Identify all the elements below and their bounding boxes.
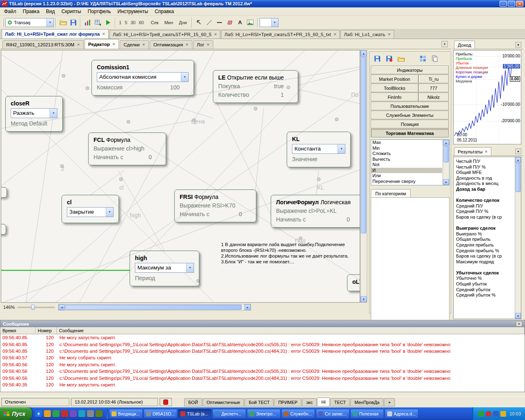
taskbar-button-7[interactable]: Сл запис... xyxy=(316,409,349,418)
quicklaunch-icon[interactable] xyxy=(44,410,51,417)
palette-list-item-7[interactable]: Или xyxy=(371,173,442,179)
pointer-tool-button[interactable] xyxy=(194,18,204,27)
palette-save-button[interactable] xyxy=(372,54,382,64)
scroll-down-button[interactable]: ▼ xyxy=(515,313,521,319)
start-button[interactable]: Пуск xyxy=(0,407,32,420)
tab-close-icon[interactable]: ✕ xyxy=(214,32,217,37)
results-item-8[interactable]: Количество сделок xyxy=(454,198,514,203)
palette-list[interactable]: MaxMinСложитьВычестьNotИИлиПересечение с… xyxy=(371,139,450,185)
chart-button[interactable] xyxy=(82,18,93,27)
palette-list-item-8[interactable]: Пересечение сверху xyxy=(371,179,442,185)
apply-table-button[interactable] xyxy=(93,18,103,27)
tab-close-icon[interactable]: ✕ xyxy=(77,43,80,47)
style-combo[interactable]: ▼ xyxy=(260,18,278,27)
block-dropdown[interactable]: Константа▼ xyxy=(292,144,345,154)
taskbar-button-4[interactable]: Диспетч... xyxy=(212,409,246,418)
workspace-tab-1[interactable]: БОЙ xyxy=(184,398,202,406)
scroll-left-button[interactable]: ◄ xyxy=(59,304,65,310)
interval-button-30[interactable]: 30 xyxy=(129,19,137,26)
block-poltr[interactable]: oLТр xyxy=(347,274,360,291)
palette-button-9[interactable]: Служебные Элементы xyxy=(371,111,449,119)
zoom-slider[interactable] xyxy=(17,304,55,310)
workspace-tab-4[interactable]: ПРИМЕР xyxy=(274,398,301,406)
column-header-number[interactable]: Номер xyxy=(36,327,57,334)
results-item-24[interactable]: Средний убыток xyxy=(454,287,514,293)
message-row-5[interactable]: 09:56:40.56120Не могу запустить скрипт. xyxy=(0,361,525,368)
run-script-button[interactable] xyxy=(103,18,113,27)
tab-close-icon[interactable]: ✕ xyxy=(142,43,146,47)
menu-item-1[interactable]: Файл xyxy=(1,8,20,15)
results-scroll-thumb[interactable] xyxy=(516,163,520,192)
style-combo-arrow-icon[interactable]: ▼ xyxy=(271,18,278,27)
block-le[interactable]: LE Открытие если вышеПокупкаtrueКоличест… xyxy=(213,70,298,103)
menu-item-7[interactable]: Справка xyxy=(151,8,177,15)
interval-button-60[interactable]: 60 xyxy=(137,19,146,26)
results-item-21[interactable]: Убыточных сделок xyxy=(454,270,514,276)
tab-close-icon[interactable]: ✕ xyxy=(207,43,210,47)
unit-button-1[interactable]: Сек xyxy=(148,18,162,27)
lab-tab-4[interactable]: Лаб: Hi_Lo1_сжать✕ xyxy=(340,30,394,39)
text-tool-button[interactable]: A xyxy=(235,18,245,27)
canvas-vertical-scrollbar[interactable]: ▲ ▼ xyxy=(360,50,367,303)
menu-item-4[interactable]: Скрипты xyxy=(58,8,84,15)
results-item-6[interactable]: Доход за бар xyxy=(454,187,514,192)
palette-open-button[interactable] xyxy=(396,54,406,64)
messages-close-button[interactable]: ✕ xyxy=(516,321,522,326)
lab-tab-3[interactable]: Лаб: Hi_Lo+RSI+Трей_сжатьST+PR_15_60_5_t… xyxy=(221,30,340,39)
block-logformula[interactable]: ЛогичеФормул ЛогическаяВыражение cl>PoL+… xyxy=(271,195,360,228)
vertical-scroll-thumb[interactable] xyxy=(361,57,366,233)
taskbar-button-6[interactable]: Служебн... xyxy=(281,409,315,418)
results-item-3[interactable]: Общий MFE xyxy=(454,170,514,176)
taskbar-button-8[interactable]: Полезная xyxy=(350,409,384,418)
palette-button-10[interactable]: Позиция xyxy=(371,120,449,128)
interval-button-5[interactable]: 5 xyxy=(123,19,129,26)
quicklaunch-icon[interactable] xyxy=(61,410,68,417)
results-item-20[interactable] xyxy=(454,265,514,270)
column-header-time[interactable]: Время xyxy=(0,327,36,334)
editor-tab-2[interactable]: Редактор✕ xyxy=(84,39,119,49)
quicklaunch-icon[interactable] xyxy=(70,410,77,417)
quicklaunch-icon[interactable] xyxy=(87,410,94,417)
editor-tab-4[interactable]: Оптимизация✕ xyxy=(150,40,192,49)
script-canvas[interactable]: ЦенаПо2clKLhighПол Comission1Абсолютная … xyxy=(1,50,360,303)
open-folder-button[interactable] xyxy=(58,18,68,27)
income-panel-dropdown[interactable]: ▼ xyxy=(515,42,521,48)
unit-button-3[interactable]: Дни xyxy=(176,18,190,27)
tab-close-icon[interactable]: ✕ xyxy=(112,42,116,46)
message-row-6[interactable]: 09:56:40.56120c:\Documents and Settings\… xyxy=(0,368,525,374)
block-closer[interactable]: closeRРазжать▼Метод Default xyxy=(5,96,63,132)
results-item-10[interactable]: Средний П/У % xyxy=(454,209,514,215)
palette-list-item-3[interactable]: Сложить xyxy=(371,151,442,157)
menu-item-5[interactable]: Портфель xyxy=(84,8,114,15)
palette-copy-button[interactable] xyxy=(430,54,440,64)
block-cl[interactable]: clЗакрытие▼ xyxy=(62,195,119,223)
palette-save-all-button[interactable] xyxy=(384,54,394,64)
menu-item-2[interactable]: Правка xyxy=(20,8,43,15)
message-row-3[interactable]: 09:56:40.85120c:\Documents and Settings\… xyxy=(0,348,525,354)
tray-icon[interactable] xyxy=(493,411,499,417)
block-frsi[interactable]: FRSI ФормулаВыражение RSI>K70Начинать с0 xyxy=(174,189,256,222)
quicklaunch-icon[interactable] xyxy=(96,410,103,417)
scroll-up-button[interactable]: ▲ xyxy=(443,140,449,146)
palette-list-item-1[interactable]: Max xyxy=(371,140,442,146)
results-item-4[interactable]: Доходность в год xyxy=(454,176,514,181)
results-scrollbar[interactable]: ▲ ▼ xyxy=(515,157,521,319)
results-item-17[interactable]: Средняя прибыль % xyxy=(454,248,514,254)
results-list[interactable]: Чистый П/УЧистый П/У %Общий MFEДоходност… xyxy=(453,157,521,319)
scroll-down-button[interactable]: ▼ xyxy=(443,179,449,185)
horizontal-scroll-thumb[interactable] xyxy=(65,305,242,310)
connection-combo[interactable]: Transaq ▼ xyxy=(5,18,54,27)
eraser-tool-button[interactable] xyxy=(225,18,235,27)
workspace-tab-8[interactable]: МенПровДа xyxy=(350,398,383,406)
palette-button-3[interactable]: Ti_ru xyxy=(418,75,449,83)
column-header-message[interactable]: Сообщение xyxy=(57,327,525,334)
connection-combo-arrow-icon[interactable]: ▼ xyxy=(46,18,53,27)
results-item-22[interactable]: Убыточно % xyxy=(454,276,514,281)
palette-list-item-2[interactable]: Min xyxy=(371,146,442,151)
palette-list-item-6[interactable]: И xyxy=(371,168,442,173)
block-kl[interactable]: KLКонстанта▼Значение xyxy=(287,132,351,167)
block-dropdown[interactable]: Закрытие▼ xyxy=(67,207,114,217)
lab-tab-1[interactable]: Лаб: Hi_Lo+RSI+Трей_сжат лог формула✕ xyxy=(2,29,109,39)
results-item-9[interactable]: Средний П/У xyxy=(454,203,514,209)
tab-close-icon[interactable]: ✕ xyxy=(102,32,105,36)
